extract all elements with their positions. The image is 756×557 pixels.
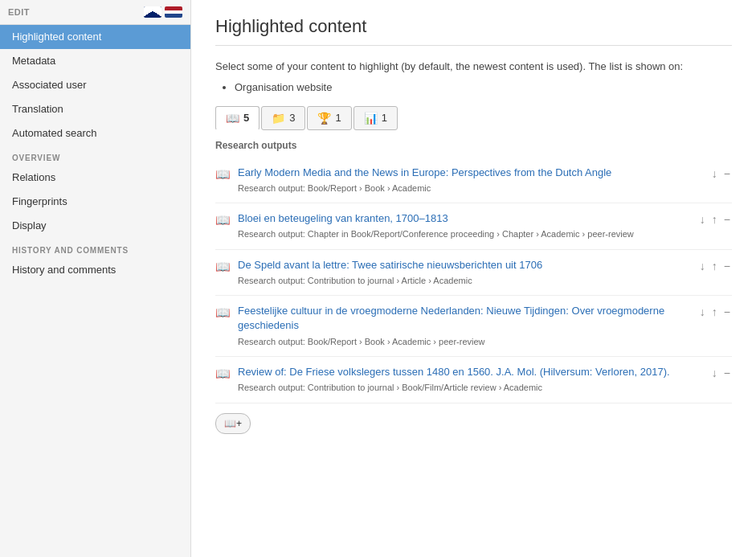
chart-tab-icon: 📊 [364, 112, 378, 125]
sidebar-item-highlighted-content[interactable]: Highlighted content [0, 25, 190, 49]
sidebar-item-fingerprints[interactable]: Fingerprints [0, 190, 190, 214]
tab-chart[interactable]: 📊 1 [353, 106, 398, 130]
bullet-list: Organisation website [235, 81, 732, 93]
output-meta-5: Research output: Contribution to journal… [238, 382, 710, 394]
output-book-icon: 📖 [215, 367, 233, 381]
output-title-3[interactable]: De Speld avant la lettre: Twee satirisch… [238, 259, 542, 271]
sidebar-header: EDIT [0, 0, 190, 25]
sidebar-item-history-comments[interactable]: History and comments [0, 258, 190, 282]
history-nav: History and comments [0, 258, 190, 282]
move-up-button[interactable]: ↑ [710, 305, 719, 318]
output-meta-2: Research output: Chapter in Book/Report/… [238, 228, 698, 240]
output-body: Early Modern Media and the News in Europ… [238, 166, 710, 195]
tab-folders-count: 3 [289, 112, 295, 124]
flag-uk-icon[interactable] [144, 6, 161, 18]
sidebar-item-translation[interactable]: Translation [0, 97, 190, 121]
output-body: Bloei en beteugeling van kranten, 1700–1… [238, 211, 698, 241]
tab-books-count: 5 [243, 112, 249, 124]
tab-chart-count: 1 [382, 112, 387, 124]
table-row: 📖 Feestelijke cultuur in de vroegmoderne… [215, 296, 732, 357]
table-row: 📖 Bloei en beteugeling van kranten, 1700… [215, 203, 732, 250]
output-meta-3: Research output: Contribution to journal… [238, 275, 698, 287]
remove-button[interactable]: − [722, 260, 732, 272]
sidebar-nav: Highlighted content Metadata Associated … [0, 25, 190, 145]
sidebar: EDIT Highlighted content Metadata Associ… [0, 0, 191, 557]
move-down-button[interactable]: ↓ [710, 367, 719, 379]
output-meta-1: Research output: Book/Report › Book › Ac… [238, 182, 710, 195]
edit-label: EDIT [8, 7, 30, 17]
output-actions-2: ↓ ↑ − [698, 213, 732, 226]
output-title-2[interactable]: Bloei en beteugeling van kranten, 1700–1… [238, 212, 448, 224]
book-tab-icon: 📖 [226, 112, 239, 125]
remove-button[interactable]: − [722, 213, 732, 226]
section-label: Research outputs [215, 140, 732, 151]
description-text: Select some of your content to highlight… [215, 59, 732, 75]
move-up-button[interactable]: ↑ [710, 213, 719, 226]
output-book-icon: 📖 [215, 305, 233, 320]
sidebar-item-associated-user[interactable]: Associated user [0, 73, 190, 97]
sidebar-item-automated-search[interactable]: Automated search [0, 121, 190, 145]
sidebar-item-relations[interactable]: Relations [0, 166, 190, 190]
move-down-button[interactable]: ↓ [698, 305, 707, 318]
table-row: 📖 De Speld avant la lettre: Twee satiris… [215, 250, 732, 297]
output-book-icon: 📖 [215, 260, 233, 274]
page-title: Highlighted content [215, 16, 732, 46]
output-book-icon: 📖 [215, 167, 233, 182]
remove-button[interactable]: − [722, 167, 732, 180]
sidebar-item-display[interactable]: Display [0, 214, 190, 238]
move-down-button[interactable]: ↓ [698, 260, 707, 272]
tab-trophy[interactable]: 🏆 1 [307, 106, 351, 130]
table-row: 📖 Early Modern Media and the News in Eur… [215, 158, 732, 204]
output-book-icon: 📖 [215, 213, 233, 227]
output-actions-4: ↓ ↑ − [698, 305, 732, 318]
move-down-button[interactable]: ↓ [698, 213, 707, 226]
folder-tab-icon: 📁 [272, 112, 285, 125]
bullet-item-org-website: Organisation website [235, 81, 732, 93]
remove-button[interactable]: − [722, 367, 732, 379]
output-actions-1: ↓ − [710, 167, 732, 180]
move-down-button[interactable]: ↓ [710, 167, 719, 180]
tab-trophy-count: 1 [335, 112, 341, 124]
sidebar-item-metadata[interactable]: Metadata [0, 49, 190, 73]
plus-icon: 📖+ [224, 418, 242, 429]
main-content: Highlighted content Select some of your … [191, 0, 756, 557]
trophy-tab-icon: 🏆 [317, 112, 331, 125]
output-actions-3: ↓ ↑ − [698, 260, 732, 272]
flag-nl-icon[interactable] [165, 6, 182, 18]
add-research-output-button[interactable]: 📖+ [215, 413, 251, 434]
table-row: 📖 Review of: De Friese volkslegers tusse… [215, 357, 732, 403]
flag-icons [144, 6, 182, 18]
move-up-button[interactable]: ↑ [710, 260, 719, 272]
overview-section-label: OVERVIEW [0, 145, 190, 166]
output-meta-4: Research output: Book/Report › Book › Ac… [238, 336, 698, 348]
output-body: De Speld avant la lettre: Twee satirisch… [238, 258, 698, 288]
tabs-bar: 📖 5 📁 3 🏆 1 📊 1 [215, 106, 732, 130]
output-title-1[interactable]: Early Modern Media and the News in Europ… [238, 166, 611, 178]
tab-books[interactable]: 📖 5 [215, 106, 259, 130]
overview-nav: Relations Fingerprints Display [0, 166, 190, 238]
output-body: Review of: De Friese volkslegers tussen … [238, 365, 710, 395]
history-section-label: HISTORY AND COMMENTS [0, 238, 190, 258]
output-body: Feestelijke cultuur in de vroegmoderne N… [238, 304, 698, 348]
output-actions-5: ↓ − [710, 367, 732, 379]
output-title-4[interactable]: Feestelijke cultuur in de vroegmoderne N… [238, 305, 664, 331]
remove-button[interactable]: − [722, 305, 732, 318]
tab-folders[interactable]: 📁 3 [261, 106, 305, 130]
output-title-5[interactable]: Review of: De Friese volkslegers tussen … [238, 366, 670, 378]
